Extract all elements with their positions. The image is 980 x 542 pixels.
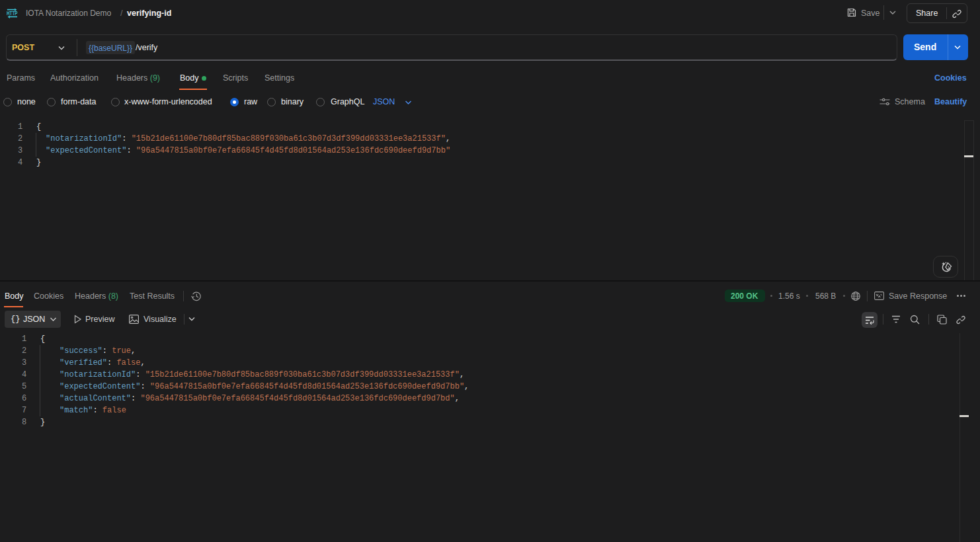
svg-text:HTTP: HTTP (7, 10, 18, 17)
